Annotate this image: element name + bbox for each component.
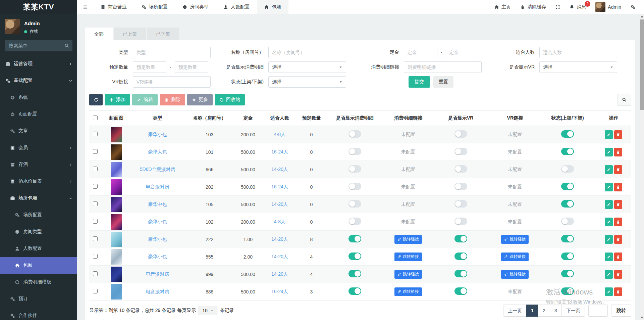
topnav-tab-1[interactable]: 场所配置 <box>134 0 175 14</box>
vr-link-button[interactable]: 跳转链接 <box>501 253 529 261</box>
clear-cache-link[interactable]: 清除缓存 <box>520 4 546 10</box>
room-cover-image[interactable] <box>111 267 122 282</box>
row-checkbox[interactable] <box>93 236 98 241</box>
detail-link-button[interactable]: 跳转链接 <box>394 287 422 296</box>
row-checkbox[interactable] <box>93 132 98 136</box>
show-detail-toggle[interactable] <box>348 218 361 225</box>
row-checkbox[interactable] <box>93 271 98 276</box>
row-delete-button[interactable] <box>614 218 622 226</box>
row-delete-button[interactable] <box>614 165 622 174</box>
row-checkbox[interactable] <box>93 201 98 206</box>
show-detail-toggle[interactable] <box>348 253 361 260</box>
filter-select-9[interactable]: 选择 <box>268 76 346 88</box>
show-detail-toggle[interactable] <box>348 148 361 155</box>
show-detail-toggle[interactable] <box>348 183 361 190</box>
sidebar-item-5[interactable]: 会员 <box>0 139 77 156</box>
room-type-link[interactable]: 豪华小包 <box>148 236 167 242</box>
recycle-button[interactable]: 回收站 <box>215 94 245 105</box>
detail-link-button[interactable]: 跳转链接 <box>394 235 422 244</box>
page-button-下一页[interactable]: 下一页 <box>561 305 585 317</box>
table-search-button[interactable] <box>617 94 631 106</box>
topnav-tab-3[interactable]: 人数配置 <box>216 0 257 14</box>
show-detail-toggle[interactable] <box>348 235 361 242</box>
row-delete-button[interactable] <box>614 148 622 156</box>
show-vr-toggle[interactable] <box>454 183 467 190</box>
page-button-3[interactable]: 3 <box>550 305 562 317</box>
row-delete-button[interactable] <box>614 253 622 261</box>
delete-button[interactable]: 删除 <box>160 94 185 105</box>
room-cover-image[interactable] <box>111 179 122 195</box>
sidebar-item-6[interactable]: 存酒 <box>0 156 77 173</box>
row-edit-button[interactable] <box>605 148 613 156</box>
filter-range-max[interactable] <box>446 47 479 58</box>
sidebar-item-0[interactable]: 运营管理 <box>0 55 77 72</box>
sidebar-item-11[interactable]: 人数配置 <box>0 240 77 257</box>
people-range-link[interactable]: 16-24人 <box>271 289 288 294</box>
messages-link[interactable]: 消息 2 <box>570 4 586 10</box>
filter-input-6[interactable] <box>404 61 482 73</box>
filter-range-max[interactable] <box>175 61 208 73</box>
room-cover-image[interactable] <box>111 249 122 265</box>
scroll-up-arrow-icon[interactable] <box>641 15 643 17</box>
row-delete-button[interactable] <box>614 270 622 279</box>
vr-link-button[interactable]: 跳转链接 <box>501 270 529 279</box>
fullscreen-button[interactable] <box>555 5 560 9</box>
sidebar-item-13[interactable]: 消费明细模板 <box>0 274 77 290</box>
scrollbar-thumb[interactable] <box>640 19 644 110</box>
sidebar-item-4[interactable]: 文章 <box>0 123 77 139</box>
status-toggle[interactable] <box>561 270 574 277</box>
room-cover-image[interactable] <box>111 232 122 247</box>
show-detail-toggle[interactable] <box>348 130 361 138</box>
tab-2[interactable]: 已下架 <box>147 28 179 40</box>
show-vr-toggle[interactable] <box>454 218 467 225</box>
status-toggle[interactable] <box>561 287 574 295</box>
people-range-link[interactable]: 4-8人 <box>274 219 285 224</box>
room-type-link[interactable]: 电音派对房 <box>146 184 169 189</box>
submit-button[interactable]: 提交 <box>409 76 430 88</box>
select-all-checkbox[interactable] <box>93 116 98 120</box>
show-detail-toggle[interactable] <box>348 287 361 295</box>
row-edit-button[interactable] <box>605 235 613 244</box>
filter-range-min[interactable] <box>133 61 166 73</box>
sidebar-item-1[interactable]: 基础配置 <box>0 72 77 89</box>
room-type-link[interactable]: 豪华小包 <box>148 132 167 137</box>
filter-input-0[interactable] <box>133 47 211 58</box>
vr-link-button[interactable]: 跳转链接 <box>501 235 529 244</box>
show-vr-toggle[interactable] <box>454 270 467 277</box>
people-range-link[interactable]: 14-20人 <box>271 271 288 277</box>
room-cover-image[interactable] <box>111 127 122 142</box>
room-type-link[interactable]: 电音派对房 <box>146 271 169 277</box>
status-toggle[interactable] <box>561 130 574 138</box>
people-range-link[interactable]: 14-20人 <box>271 254 288 259</box>
show-detail-toggle[interactable] <box>348 165 361 173</box>
settings-button[interactable] <box>631 5 635 9</box>
page-scrollbar[interactable] <box>640 14 644 320</box>
room-type-link[interactable]: 豪华小包 <box>148 219 167 224</box>
show-vr-toggle[interactable] <box>454 148 467 155</box>
show-vr-toggle[interactable] <box>454 165 467 173</box>
row-edit-button[interactable] <box>605 287 613 296</box>
row-checkbox[interactable] <box>93 254 98 259</box>
row-checkbox[interactable] <box>93 219 98 224</box>
row-edit-button[interactable] <box>605 183 613 191</box>
menu-search-input[interactable] <box>5 40 72 51</box>
sidebar-item-14[interactable]: 预订 <box>0 290 77 307</box>
people-range-link[interactable]: 14-20人 <box>271 201 288 207</box>
filter-input-8[interactable] <box>133 76 211 88</box>
more-button[interactable]: 更多 <box>187 94 213 105</box>
filter-select-5[interactable]: 选择 <box>268 61 346 73</box>
sidebar-item-7[interactable]: 酒水价目表 <box>0 173 77 190</box>
sidebar-item-2[interactable]: 系统 <box>0 89 77 106</box>
row-delete-button[interactable] <box>614 287 622 296</box>
people-range-link[interactable]: 4-8人 <box>274 132 285 137</box>
home-link[interactable]: 主页 <box>494 4 511 10</box>
room-type-link[interactable]: 豪华大包 <box>148 149 167 154</box>
show-vr-toggle[interactable] <box>454 235 467 242</box>
show-detail-toggle[interactable] <box>348 200 361 208</box>
topnav-tab-0[interactable]: 前台营业 <box>93 0 134 14</box>
refresh-button[interactable] <box>89 94 103 105</box>
row-checkbox[interactable] <box>93 289 98 293</box>
show-vr-toggle[interactable] <box>454 287 467 295</box>
room-cover-image[interactable] <box>111 162 122 177</box>
row-delete-button[interactable] <box>614 200 622 209</box>
